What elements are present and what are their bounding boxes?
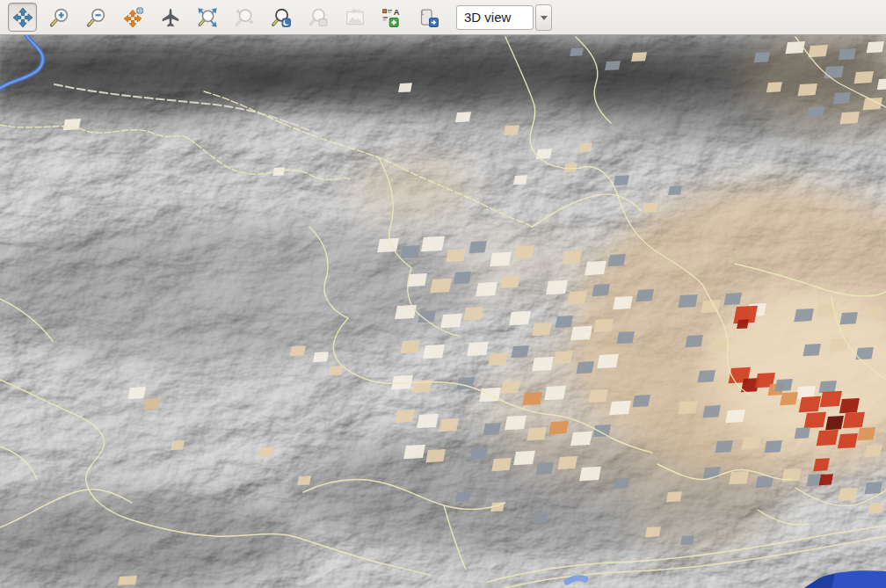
raster-cell	[490, 252, 512, 266]
raster-cell	[799, 396, 821, 412]
zoom-plus-plus-icon	[234, 7, 255, 28]
raster-cell	[544, 386, 566, 400]
raster-cell	[297, 475, 311, 485]
raster-cell	[553, 351, 573, 364]
raster-cell	[825, 416, 844, 430]
pan-camera-button[interactable]	[8, 3, 37, 32]
raster-cell	[645, 526, 661, 537]
raster-cell	[453, 272, 471, 284]
save-as-image-button	[340, 3, 369, 32]
raster-cell	[579, 467, 601, 481]
raster-cell	[864, 307, 882, 319]
raster-cell	[702, 467, 721, 479]
raster-cell	[570, 326, 592, 340]
raster-cell	[701, 300, 721, 313]
raster-cell	[425, 449, 446, 462]
raster-cell	[534, 513, 548, 523]
configure-legend-button[interactable]: A	[377, 3, 406, 32]
raster-cell	[463, 307, 483, 320]
view-mode-select[interactable]: 3D view	[456, 5, 534, 30]
raster-cell	[857, 427, 875, 440]
raster-cell	[527, 427, 547, 440]
raster-cell	[614, 478, 629, 489]
raster-cell	[511, 345, 529, 358]
raster-cell	[423, 345, 445, 359]
raster-cell	[118, 576, 137, 585]
raster-cell	[258, 446, 274, 457]
raster-cell	[593, 319, 614, 332]
raster-cell	[430, 279, 452, 293]
raster-cell	[729, 471, 749, 484]
raster-cell	[723, 293, 742, 305]
raster-cell	[500, 381, 520, 394]
view-mode-dropdown-arrow[interactable]	[535, 4, 552, 31]
raster-cell	[144, 398, 160, 410]
zoom-in-button[interactable]	[45, 3, 74, 32]
zoom-to-extent-button[interactable]	[192, 3, 222, 32]
raster-cell	[468, 241, 487, 253]
zoom-out-button[interactable]	[82, 3, 111, 32]
raster-cell	[702, 405, 721, 417]
raster-cell	[829, 338, 849, 352]
raster-cell	[843, 412, 865, 428]
raster-cell	[567, 291, 587, 304]
raster-cell	[853, 71, 874, 83]
raster-cell	[609, 401, 631, 415]
raster-cell	[488, 352, 508, 366]
zoom-out-icon	[86, 7, 107, 28]
raster-cell	[817, 430, 839, 446]
gis-3d-view-window: A 3D view	[0, 0, 886, 588]
raster-cell	[592, 425, 611, 437]
raster-cell	[377, 238, 399, 252]
raster-cell	[421, 236, 445, 251]
raster-cell	[597, 354, 619, 368]
chevron-down-icon	[541, 16, 548, 24]
raster-cell	[697, 370, 715, 382]
raster-cell	[813, 458, 830, 471]
raster-cell	[678, 294, 698, 308]
raster-cell	[613, 296, 633, 309]
raster-cell	[868, 502, 884, 513]
raster-cell	[557, 456, 577, 469]
raster-cell	[395, 410, 415, 423]
raster-cell	[668, 185, 682, 195]
globe-arrows-icon	[123, 7, 144, 28]
raster-cell	[839, 112, 860, 124]
raster-cell	[725, 410, 745, 423]
raster-cell	[546, 280, 568, 294]
export-scene-button[interactable]	[414, 3, 443, 32]
raster-cell	[774, 379, 793, 391]
raster-cell	[808, 45, 828, 57]
raster-cell	[819, 474, 833, 485]
raster-cell	[802, 344, 821, 356]
raster-cell	[635, 289, 654, 301]
river-spot	[567, 578, 585, 582]
raster-cell	[585, 261, 606, 275]
raster-cell	[513, 175, 527, 185]
raster-cell	[839, 48, 856, 60]
fly-mode-button[interactable]	[156, 3, 185, 32]
raster-cell	[643, 202, 658, 213]
raster-cell	[607, 254, 626, 266]
map-viewport[interactable]	[0, 35, 886, 588]
raster-cell	[505, 416, 527, 430]
toolbar-buttons: A	[8, 3, 443, 32]
raster-cell	[500, 275, 520, 288]
map-3d-view[interactable]	[0, 35, 886, 588]
raster-cell	[864, 445, 882, 457]
raster-cell	[614, 175, 629, 185]
raster-cell	[592, 284, 610, 296]
raster-cell	[807, 106, 824, 118]
raster-cell	[839, 312, 858, 324]
zoom-last-button[interactable]	[266, 3, 295, 32]
raster-cell	[685, 335, 703, 347]
raster-cell	[455, 112, 471, 122]
raster-cell	[509, 311, 531, 325]
raster-cell	[417, 414, 439, 428]
raster-cell	[476, 282, 497, 296]
raster-cell	[795, 427, 810, 439]
raster-cell	[513, 451, 535, 465]
raster-cell	[483, 423, 501, 435]
raster-cell	[578, 142, 592, 152]
zoom-full-extent-button[interactable]	[119, 3, 148, 32]
